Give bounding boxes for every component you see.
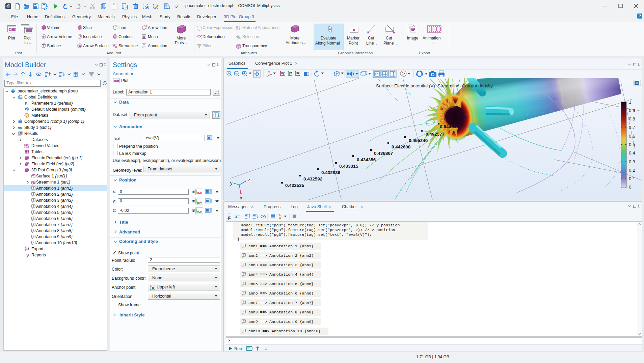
svg-text:0.455240: 0.455240 <box>409 138 428 143</box>
svg-text:e-12: e-12 <box>24 146 29 148</box>
svg-text:1: 1 <box>629 100 632 105</box>
svg-text:0.434356: 0.434356 <box>357 157 376 162</box>
svg-text:0.436867: 0.436867 <box>374 151 393 156</box>
svg-text:yz: yz <box>289 71 292 75</box>
svg-text:0.442608: 0.442608 <box>392 144 411 149</box>
svg-text:xz: xz <box>296 71 300 75</box>
svg-text:xy: xy <box>281 71 285 75</box>
svg-text:0.432535: 0.432535 <box>285 183 304 188</box>
svg-text:0: 0 <box>629 185 632 190</box>
svg-text:z: z <box>248 177 250 182</box>
svg-text:0.644517: 0.644517 <box>440 124 459 129</box>
svg-text:0.5: 0.5 <box>629 142 635 147</box>
svg-text:0.4: 0.4 <box>629 150 635 156</box>
svg-text:0.9: 0.9 <box>629 108 635 113</box>
svg-text:x: x <box>240 195 242 200</box>
svg-text:0.3: 0.3 <box>629 159 635 164</box>
svg-text:0.2: 0.2 <box>629 168 635 173</box>
svg-text:0.6: 0.6 <box>629 134 635 139</box>
svg-text:0.433315: 0.433315 <box>339 164 358 169</box>
svg-text:0.8: 0.8 <box>629 116 635 121</box>
svg-text:i: i <box>27 102 28 106</box>
svg-text:Surface: Electric potential (V: Surface: Electric potential (V) Streamli… <box>376 83 493 88</box>
svg-text:a=: a= <box>235 214 240 219</box>
svg-text:0.432592: 0.432592 <box>303 176 322 182</box>
svg-text:0.1: 0.1 <box>629 176 635 181</box>
svg-text:0.7: 0.7 <box>629 125 635 130</box>
svg-text:P: P <box>25 101 27 106</box>
svg-text:y: y <box>230 180 233 186</box>
svg-text:0.432836: 0.432836 <box>321 170 341 175</box>
svg-text:0.492577: 0.492577 <box>426 132 445 137</box>
svg-text:Run: Run <box>234 346 242 351</box>
